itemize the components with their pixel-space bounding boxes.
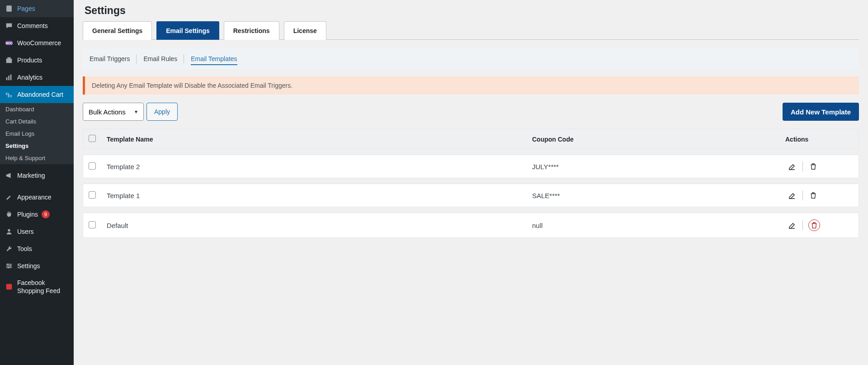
plug-icon <box>5 210 14 219</box>
svg-text:WOO: WOO <box>5 42 13 45</box>
action-divider <box>802 161 803 171</box>
sidebar-item-label: WooCommerce <box>17 39 61 47</box>
svg-rect-7 <box>8 76 9 80</box>
sidebar-item-label: Plugins <box>17 211 38 218</box>
action-divider <box>802 220 803 230</box>
cell-template-name: Template 1 <box>107 192 532 199</box>
cell-coupon-code: JULY**** <box>532 163 785 171</box>
wrench-icon <box>5 244 14 253</box>
sidebar-item-appearance[interactable]: Appearance <box>0 189 74 206</box>
sidebar-item-products[interactable]: Products <box>0 52 74 69</box>
sidebar-item-label: Marketing <box>17 172 45 179</box>
sidebar-item-woocommerce[interactable]: WOO WooCommerce <box>0 34 74 52</box>
sidebar-item-analytics[interactable]: Analytics <box>0 69 74 86</box>
subtab-email-templates[interactable]: Email Templates <box>191 53 237 65</box>
sidebar-item-label: Abandoned Cart <box>17 91 63 98</box>
svg-point-16 <box>9 265 11 267</box>
sidebar-sub-cart-details[interactable]: Cart Details <box>0 115 74 128</box>
edit-button[interactable] <box>787 161 797 171</box>
svg-rect-8 <box>10 75 12 81</box>
edit-button[interactable] <box>787 190 797 200</box>
delete-button[interactable] <box>808 161 818 171</box>
sidebar-item-plugins[interactable]: Plugins 9 <box>0 206 74 223</box>
subtab-email-triggers[interactable]: Email Triggers <box>90 53 130 65</box>
main-content: Settings General Settings Email Settings… <box>74 0 868 365</box>
bulk-actions-select[interactable]: Bulk Actions <box>83 103 144 121</box>
tab-restrictions[interactable]: Restrictions <box>224 21 279 40</box>
sidebar-item-abandoned-cart[interactable]: ELEX Abandoned Cart <box>0 86 74 103</box>
cell-actions <box>785 161 853 171</box>
tab-email-settings[interactable]: Email Settings <box>156 21 219 40</box>
apply-button[interactable]: Apply <box>146 103 178 121</box>
row-checkbox[interactable] <box>89 221 96 228</box>
edit-button[interactable] <box>787 220 797 230</box>
sidebar-item-label: Products <box>17 57 42 64</box>
row-checkbox[interactable] <box>89 162 96 170</box>
sidebar-item-label: Users <box>17 228 34 235</box>
cell-actions <box>785 190 853 200</box>
sidebar-item-label: Analytics <box>17 74 42 81</box>
svg-point-17 <box>8 267 9 269</box>
col-template-name: Template Name <box>107 136 532 143</box>
secondary-tabs: Email Triggers Email Rules Email Templat… <box>83 49 859 70</box>
col-actions: Actions <box>785 136 853 143</box>
product-icon <box>5 56 14 65</box>
add-new-template-button[interactable]: Add New Template <box>783 103 859 121</box>
cell-template-name: Default <box>107 222 532 229</box>
sidebar-item-label: Facebook Shopping Feed <box>17 279 70 295</box>
sidebar-sub-dashboard[interactable]: Dashboard <box>0 103 74 115</box>
svg-rect-6 <box>6 77 8 80</box>
user-icon <box>5 227 14 236</box>
sidebar-item-marketing[interactable]: Marketing <box>0 167 74 184</box>
sidebar-item-facebook-feed[interactable]: Facebook Shopping Feed <box>0 275 74 299</box>
svg-point-15 <box>7 264 9 265</box>
svg-rect-0 <box>7 6 12 12</box>
sidebar-sub-help[interactable]: Help & Support <box>0 152 74 164</box>
table-row: Template 2JULY**** <box>83 155 859 178</box>
table-row: Defaultnull <box>83 213 859 238</box>
primary-tabs: General Settings Email Settings Restrict… <box>83 21 859 40</box>
action-divider <box>802 190 803 200</box>
page-title: Settings <box>83 0 868 21</box>
brush-icon <box>5 193 14 202</box>
tab-general-settings[interactable]: General Settings <box>83 21 152 40</box>
select-all-checkbox[interactable] <box>89 135 96 142</box>
woo-icon: WOO <box>5 38 14 47</box>
sidebar-sub-settings[interactable]: Settings <box>0 140 74 152</box>
row-checkbox[interactable] <box>89 191 96 199</box>
svg-point-11 <box>8 229 10 232</box>
tab-license[interactable]: License <box>284 21 326 40</box>
sidebar-item-tools[interactable]: Tools <box>0 240 74 257</box>
sidebar-item-label: Tools <box>17 245 32 252</box>
megaphone-icon <box>5 171 14 180</box>
elex-icon: ELEX <box>5 90 14 99</box>
delete-button[interactable] <box>808 219 820 231</box>
bulk-actions-wrap: Bulk Actions <box>83 103 144 121</box>
sliders-icon <box>5 261 14 270</box>
sidebar-item-settings[interactable]: Settings <box>0 257 74 275</box>
svg-text:EX: EX <box>8 94 12 98</box>
cell-coupon-code: null <box>532 222 785 229</box>
cell-actions <box>785 219 853 231</box>
sidebar-item-label: Pages <box>17 5 35 12</box>
sidebar-item-pages[interactable]: Pages <box>0 0 74 17</box>
sidebar-item-label: Settings <box>17 262 40 270</box>
sidebar-item-comments[interactable]: Comments <box>0 17 74 34</box>
svg-rect-18 <box>6 284 12 290</box>
admin-sidebar: Pages Comments WOO WooCommerce Products … <box>0 0 74 365</box>
subtab-email-rules[interactable]: Email Rules <box>143 53 177 65</box>
plugins-badge: 9 <box>42 210 50 218</box>
table-header: Template Name Coupon Code Actions <box>83 129 859 149</box>
svg-rect-5 <box>7 57 10 59</box>
warning-alert: Deleting Any Email Template will Disable… <box>83 76 859 95</box>
delete-button[interactable] <box>808 190 818 200</box>
sidebar-sub-email-logs[interactable]: Email Logs <box>0 128 74 140</box>
templates-table: Template Name Coupon Code Actions Templa… <box>83 129 859 238</box>
comment-icon <box>5 21 14 30</box>
cell-template-name: Template 2 <box>107 163 532 171</box>
col-coupon-code: Coupon Code <box>532 136 785 143</box>
table-row: Template 1SALE**** <box>83 184 859 207</box>
analytics-icon <box>5 73 14 82</box>
sidebar-item-label: Appearance <box>17 194 52 201</box>
sidebar-item-users[interactable]: Users <box>0 223 74 240</box>
